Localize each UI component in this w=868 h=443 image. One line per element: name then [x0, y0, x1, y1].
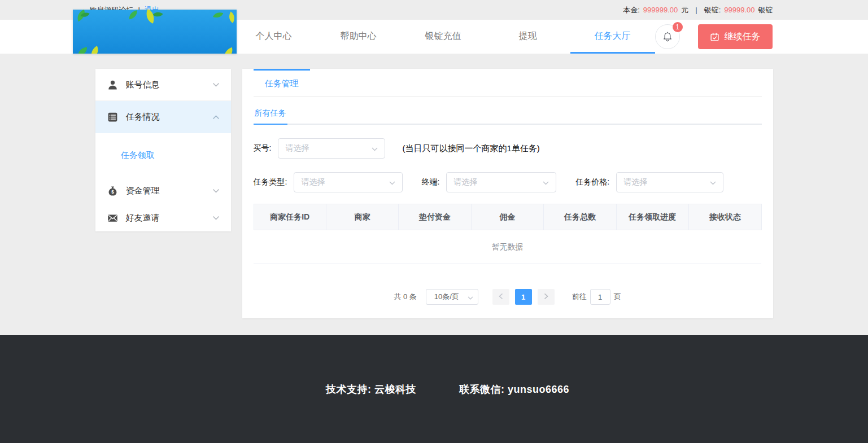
col-receive-status: 接收状态 [689, 204, 761, 230]
page-number-button[interactable]: 1 [515, 289, 532, 305]
nav-item-label: 任务大厅 [595, 31, 631, 41]
continue-task-button[interactable]: 继续任务 [698, 24, 773, 49]
ingot-unit: 银锭 [758, 5, 773, 15]
terminal-placeholder: 请选择 [453, 177, 477, 187]
task-list-icon [107, 111, 119, 123]
money-bag-icon: $ [107, 185, 119, 197]
pagination-total: 共 0 条 [394, 292, 416, 302]
chevron-down-icon [710, 178, 716, 187]
buyer-select[interactable]: 请选择 [278, 138, 385, 159]
task-price-select[interactable]: 请选择 [616, 172, 723, 192]
sidebar-item-fund-management[interactable]: $ 资金管理 [95, 177, 231, 204]
subtab-all-tasks[interactable]: 所有任务 [254, 102, 287, 125]
nav-item-label: 帮助中心 [341, 31, 377, 41]
terminal-select[interactable]: 请选择 [446, 172, 556, 192]
filter-row-buyer: 买号: 请选择 (当日只可以接同一个商家的1单任务) [254, 138, 762, 159]
tab-task-management[interactable]: 任务管理 [254, 69, 310, 97]
goto-page: 前往 页 [572, 289, 621, 305]
task-type-select[interactable]: 请选择 [294, 172, 403, 192]
task-type-placeholder: 请选择 [301, 177, 325, 187]
sidebar-item-account-info[interactable]: 账号信息 [95, 69, 231, 101]
site-logo[interactable] [73, 10, 237, 54]
nav-item-ingot-recharge[interactable]: 银锭充值 [401, 20, 486, 54]
nav-item-task-hall[interactable]: 任务大厅 [570, 20, 655, 54]
sidebar-item-label: 任务情况 [126, 112, 160, 122]
ingot-value: 99999.00 [724, 6, 754, 14]
sidebar-item-label: 资金管理 [126, 186, 160, 196]
bell-icon [662, 31, 673, 42]
chevron-up-icon [212, 115, 220, 120]
contact-wechat-text: 联系微信: yunsuo6666 [459, 383, 569, 396]
goto-unit: 页 [614, 292, 621, 302]
envelope-icon [107, 212, 119, 224]
sidebar-subitem-task-claim[interactable]: 任务领取 [95, 144, 231, 166]
pagination: 共 0 条 10条/页 1 前往 页 [254, 289, 762, 305]
chevron-down-icon [212, 188, 220, 193]
next-arrow-icon [544, 293, 548, 301]
task-management-panel: 任务管理 所有任务 买号: 请选择 (当日只可以接同一个商家的1单任务) 任务类… [242, 69, 773, 318]
tech-support-text: 技术支持: 云梭科技 [326, 383, 416, 396]
goto-label: 前往 [572, 292, 587, 302]
nav-item-help-center[interactable]: 帮助中心 [316, 20, 401, 54]
empty-row: 暂无数据 [254, 230, 761, 264]
calendar-check-icon [710, 32, 719, 42]
main-nav: 个人中心 帮助中心 银锭充值 提现 任务大厅 [232, 20, 655, 54]
page-size-value: 10条/页 [434, 292, 459, 302]
nav-item-personal-center[interactable]: 个人中心 [232, 20, 316, 54]
principal-unit: 元 [681, 5, 688, 15]
nav-item-label: 个人中心 [256, 31, 292, 41]
notification-bell-button[interactable]: 1 [655, 24, 680, 49]
col-claim-progress: 任务领取进度 [616, 204, 688, 230]
chevron-down-icon [468, 293, 473, 301]
col-task-total: 任务总数 [544, 204, 616, 230]
logo-leaves-graphic [73, 10, 237, 54]
chevron-down-icon [212, 216, 220, 220]
task-type-label: 任务类型: [254, 177, 287, 187]
task-subtabs: 所有任务 [254, 102, 762, 125]
task-table-header-row: 商家任务ID 商家 垫付资金 佣金 任务总数 任务领取进度 接收状态 [254, 204, 761, 230]
task-price-placeholder: 请选择 [623, 177, 647, 187]
buyer-filter-note: (当日只可以接同一个商家的1单任务) [402, 143, 539, 154]
user-icon [107, 79, 119, 91]
prev-arrow-icon [499, 293, 503, 301]
goto-page-input[interactable] [590, 289, 610, 305]
nav-item-label: 银锭充值 [425, 31, 461, 41]
nav-bar: 个人中心 帮助中心 银锭充值 提现 任务大厅 1 [0, 20, 868, 54]
panel-tabbar: 任务管理 [254, 69, 762, 97]
nav-item-label: 提现 [519, 31, 537, 41]
col-advance-funds: 垫付资金 [399, 204, 471, 230]
chevron-down-icon [389, 178, 395, 187]
page-footer: 技术支持: 云梭科技 联系微信: yunsuo6666 [0, 335, 868, 443]
task-price-label: 任务价格: [575, 177, 609, 187]
terminal-label: 终端: [421, 177, 439, 187]
sidebar-submenu: 任务领取 [95, 133, 231, 177]
sidebar-item-friend-invite[interactable]: 好友邀请 [95, 204, 231, 231]
balance-bar: 本金: 999999.00 元 | 银锭: 99999.00 银锭 [623, 5, 773, 15]
svg-text:$: $ [111, 188, 114, 194]
balance-separator: | [695, 6, 697, 14]
notification-badge: 1 [673, 22, 683, 32]
pager: 1 [490, 289, 557, 305]
content-area: 账号信息 任务情况 任务领取 $ 资金 [0, 54, 868, 335]
principal-value: 999999.00 [643, 6, 678, 14]
principal-label: 本金: [623, 5, 640, 15]
task-table: 商家任务ID 商家 垫付资金 佣金 任务总数 任务领取进度 接收状态 暂无数据 [254, 204, 762, 264]
continue-task-label: 继续任务 [725, 31, 761, 43]
buyer-filter-label: 买号: [254, 143, 272, 153]
chevron-down-icon [372, 144, 378, 153]
sidebar-item-task-status[interactable]: 任务情况 [95, 101, 231, 133]
col-merchant-task-id: 商家任务ID [254, 204, 326, 230]
sidebar-item-label: 好友邀请 [126, 213, 160, 223]
next-page-button[interactable] [538, 289, 555, 305]
prev-page-button[interactable] [492, 289, 509, 305]
page-size-select[interactable]: 10条/页 [426, 289, 478, 305]
col-commission: 佣金 [471, 204, 543, 230]
buyer-select-placeholder: 请选择 [285, 143, 309, 153]
empty-data-text: 暂无数据 [254, 230, 761, 264]
nav-item-withdraw[interactable]: 提现 [486, 20, 570, 54]
chevron-down-icon [212, 82, 220, 87]
filter-row-task: 任务类型: 请选择 终端: 请选择 任务价格: 请选择 [254, 172, 762, 192]
ingot-label: 银锭: [704, 5, 721, 15]
sidebar: 账号信息 任务情况 任务领取 $ 资金 [95, 69, 231, 231]
chevron-down-icon [543, 178, 549, 187]
